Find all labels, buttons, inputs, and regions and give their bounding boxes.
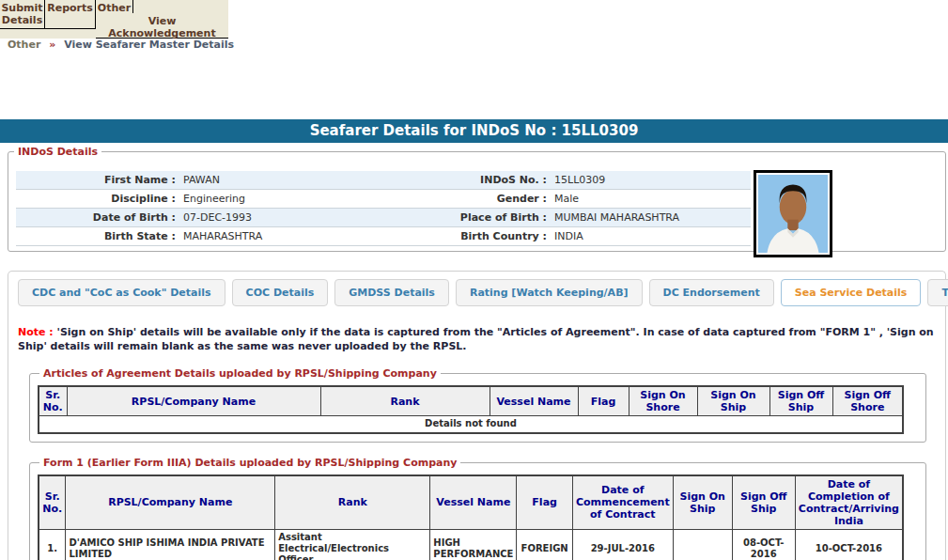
col-rpsl-company-name: RPSL/Company Name: [66, 475, 275, 530]
articles-of-agreement-fieldset: Articles of Agreement Details uploaded b…: [29, 367, 926, 443]
tab-bar: CDC and "CoC as Cook" Details COC Detail…: [18, 279, 945, 306]
indos-details-rows: First Name : PAWAN INDoS No. : 15LL0309 …: [16, 171, 751, 246]
cell-sign-off-ship: 08-OCT-2016: [732, 529, 795, 560]
sea-service-panel: CDC and "CoC as Cook" Details COC Detail…: [8, 271, 946, 560]
detail-row: First Name : PAWAN INDoS No. : 15LL0309: [16, 171, 751, 190]
menu-item-view-acknowledgement[interactable]: View Acknowledgement: [96, 13, 228, 39]
sign-on-ship-note: Note : 'Sign on Ship' details will be av…: [18, 325, 936, 353]
birth-state-value: MAHARASHTRA: [176, 227, 458, 245]
breadcrumb-separator: »: [49, 39, 55, 51]
articles-of-agreement-legend: Articles of Agreement Details uploaded b…: [39, 367, 441, 380]
birth-country-value: INDIA: [547, 227, 751, 245]
discipline-label: Discipline :: [16, 190, 176, 208]
breadcrumb-section[interactable]: Other: [8, 39, 40, 51]
cell-date-of-completion: 10-OCT-2016: [795, 529, 903, 560]
col-sign-off-ship: Sign Off Ship: [769, 386, 832, 416]
detail-row: Discipline : Engineering Gender : Male: [16, 190, 751, 209]
discipline-value: Engineering: [176, 190, 458, 208]
top-menu-bar: Submit Details Reports Other View Acknow…: [0, 0, 228, 39]
detail-row: Date of Birth : 07-DEC-1993 Place of Bir…: [16, 209, 751, 227]
seafarer-photo: [754, 170, 832, 257]
empty-result-row: Details not found: [39, 416, 903, 433]
indos-details-fieldset: INDoS Details First Name : PAWAN INDoS N…: [8, 146, 946, 252]
col-vessel-name: Vessel Name: [430, 475, 517, 530]
menu-item-reports[interactable]: Reports: [45, 0, 96, 29]
birth-country-label: Birth Country :: [458, 227, 547, 245]
date-of-birth-label: Date of Birth :: [16, 209, 176, 226]
col-sign-off-shore: Sign Off Shore: [832, 386, 903, 416]
form1-details-fieldset: Form 1 (Earlier Form IIIA) Details uploa…: [29, 457, 926, 560]
col-rank: Rank: [275, 475, 430, 530]
cell-flag: FOREIGN: [517, 529, 572, 560]
col-sign-on-shore: Sign On Shore: [629, 386, 697, 416]
gender-value: Male: [547, 190, 751, 208]
table-header-row: Sr. No. RPSL/Company Name Rank Vessel Na…: [39, 475, 903, 530]
col-rpsl-company-name: RPSL/Company Name: [67, 386, 320, 416]
cell-vessel-name: HIGH PERFORMANCE: [430, 529, 517, 560]
date-of-birth-value: 07-DEC-1993: [176, 209, 458, 226]
place-of-birth-label: Place of Birth :: [458, 209, 547, 226]
gender-label: Gender :: [458, 190, 547, 208]
indos-no-label: INDoS No. :: [458, 171, 547, 189]
col-sign-on-ship: Sign On Ship: [673, 475, 732, 530]
breadcrumb: Other » View Seafarer Master Details: [8, 39, 234, 51]
cell-sign-on-ship: [673, 529, 732, 560]
col-flag: Flag: [578, 386, 629, 416]
details-not-found-message: Details not found: [39, 416, 903, 433]
indos-details-legend: INDoS Details: [14, 146, 101, 158]
note-prefix: Note :: [18, 326, 54, 338]
page-title: Seafarer Details for INDoS No : 15LL0309: [0, 119, 948, 143]
detail-row: Birth State : MAHARASHTRA Birth Country …: [16, 227, 751, 246]
tab-sea-service-details[interactable]: Sea Service Details: [781, 279, 922, 306]
cell-rank: Assitant Electrical/Electronics Officer: [275, 529, 430, 560]
menu-item-submit-details[interactable]: Submit Details: [0, 0, 45, 29]
articles-of-agreement-table: Sr. No. RPSL/Company Name Rank Vessel Na…: [38, 385, 904, 434]
tab-rating-watch-keeping[interactable]: Rating [Watch Keeping/AB]: [456, 279, 643, 306]
col-sign-off-ship: Sign Off Ship: [732, 475, 795, 530]
cell-date-of-commencement: 29-JUL-2016: [572, 529, 673, 560]
col-sr-no: Sr. No.: [39, 475, 66, 530]
birth-state-label: Birth State :: [16, 227, 176, 245]
col-flag: Flag: [517, 475, 572, 530]
cell-sr-no: 1.: [39, 529, 66, 560]
table-header-row: Sr. No. RPSL/Company Name Rank Vessel Na…: [39, 386, 903, 416]
tab-coc-details[interactable]: COC Details: [232, 279, 329, 306]
col-date-of-commencement: Date of Commencement of Contract: [572, 475, 673, 530]
col-rank: Rank: [320, 386, 490, 416]
tab-dc-endorsement[interactable]: DC Endorsement: [649, 279, 774, 306]
first-name-value: PAWAN: [176, 171, 458, 189]
first-name-label: First Name :: [16, 171, 176, 189]
note-text: 'Sign on Ship' details will be available…: [18, 326, 934, 352]
col-vessel-name: Vessel Name: [490, 386, 578, 416]
form1-details-table: Sr. No. RPSL/Company Name Rank Vessel Na…: [38, 474, 904, 560]
col-date-of-completion: Date of Completion of Contract/Arriving …: [795, 475, 903, 530]
table-row: 1. D'AMICO SHIP ISHIMA INDIA PRIVATE LIM…: [39, 529, 903, 560]
form1-details-legend: Form 1 (Earlier Form IIIA) Details uploa…: [39, 457, 460, 469]
tab-training-details[interactable]: Training Details: [927, 279, 948, 306]
place-of-birth-value: MUMBAI MAHARASHTRA: [547, 209, 751, 226]
indos-no-value: 15LL0309: [547, 171, 751, 189]
col-sr-no: Sr. No.: [39, 386, 67, 416]
cell-rpsl-company-name: D'AMICO SHIP ISHIMA INDIA PRIVATE LIMITE…: [66, 529, 275, 560]
col-sign-on-ship: Sign On Ship: [697, 386, 769, 416]
tab-cdc-coc-as-cook[interactable]: CDC and "CoC as Cook" Details: [18, 279, 225, 306]
tab-gmdss-details[interactable]: GMDSS Details: [334, 279, 449, 306]
breadcrumb-page: View Seafarer Master Details: [64, 39, 234, 51]
